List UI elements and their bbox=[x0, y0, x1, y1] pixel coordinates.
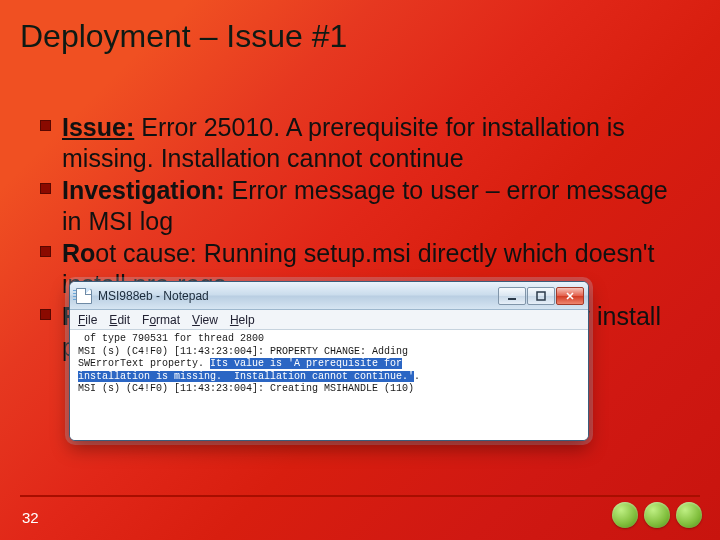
selected-text: Its value is 'A prerequisite for bbox=[210, 358, 402, 369]
menu-format[interactable]: Format bbox=[142, 313, 180, 327]
svg-rect-0 bbox=[508, 298, 516, 300]
bullet-item: Issue: Error 25010. A prerequisite for i… bbox=[40, 112, 680, 173]
menubar: File Edit Format View Help bbox=[70, 310, 588, 330]
footer-divider bbox=[20, 495, 700, 497]
bullet-item: Investigation: Error message to user – e… bbox=[40, 175, 680, 236]
window-title: MSI988eb - Notepad bbox=[98, 289, 209, 303]
square-bullet-icon bbox=[40, 120, 51, 131]
badge-icon bbox=[612, 502, 638, 528]
square-bullet-icon bbox=[40, 309, 51, 320]
menu-edit[interactable]: Edit bbox=[109, 313, 130, 327]
square-bullet-icon bbox=[40, 183, 51, 194]
selected-text: installation is missing. Installation ca… bbox=[78, 371, 414, 382]
text-area[interactable]: of type 790531 for thread 2800 MSI (s) (… bbox=[70, 330, 588, 440]
maximize-button[interactable] bbox=[527, 287, 555, 305]
page-number: 32 bbox=[22, 509, 39, 526]
corner-badges bbox=[612, 502, 702, 528]
slide: Deployment – Issue #1 Issue: Error 25010… bbox=[0, 0, 720, 540]
svg-rect-1 bbox=[537, 292, 545, 300]
menu-file[interactable]: File bbox=[78, 313, 97, 327]
menu-help[interactable]: Help bbox=[230, 313, 255, 327]
minimize-button[interactable] bbox=[498, 287, 526, 305]
square-bullet-icon bbox=[40, 246, 51, 257]
menu-view[interactable]: View bbox=[192, 313, 218, 327]
badge-icon bbox=[644, 502, 670, 528]
badge-icon bbox=[676, 502, 702, 528]
notepad-app-icon bbox=[76, 288, 92, 304]
window-titlebar[interactable]: MSI988eb - Notepad bbox=[70, 282, 588, 310]
window-controls bbox=[498, 287, 584, 305]
slide-title: Deployment – Issue #1 bbox=[20, 18, 347, 55]
close-button[interactable] bbox=[556, 287, 584, 305]
notepad-window[interactable]: MSI988eb - Notepad File Edit Format View… bbox=[69, 281, 589, 441]
